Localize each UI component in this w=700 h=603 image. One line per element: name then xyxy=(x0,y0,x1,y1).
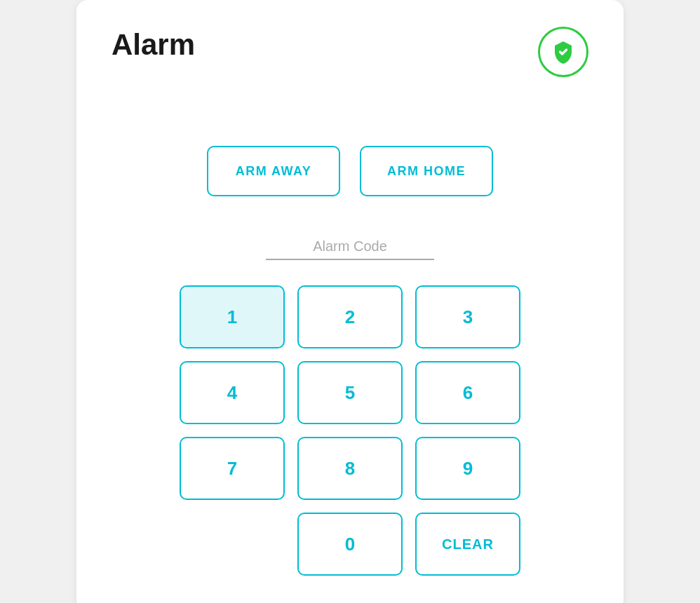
key-clear-button[interactable]: CLEAR xyxy=(415,513,520,576)
key-9-button[interactable]: 9 xyxy=(415,437,520,500)
alarm-code-input[interactable] xyxy=(266,238,434,260)
page-title: Alarm xyxy=(112,28,588,62)
key-8-button[interactable]: 8 xyxy=(297,437,403,500)
key-2-button[interactable]: 2 xyxy=(297,285,403,348)
arm-buttons-row: ARM AWAY ARM HOME xyxy=(112,146,588,196)
alarm-code-container xyxy=(112,238,588,260)
arm-home-button[interactable]: ARM HOME xyxy=(360,146,493,196)
key-4-button[interactable]: 4 xyxy=(180,361,285,424)
key-5-button[interactable]: 5 xyxy=(297,361,403,424)
key-1-button[interactable]: 1 xyxy=(180,285,285,348)
key-7-button[interactable]: 7 xyxy=(180,437,285,500)
key-3-button[interactable]: 3 xyxy=(415,285,520,348)
arm-away-button[interactable]: ARM AWAY xyxy=(207,146,340,196)
alarm-card: Alarm ARM AWAY ARM HOME 1 2 3 4 5 6 7 8 … xyxy=(76,0,624,603)
shield-status-button[interactable] xyxy=(538,27,588,77)
shield-check-icon xyxy=(551,39,576,65)
key-6-button[interactable]: 6 xyxy=(415,361,520,424)
key-0-button[interactable]: 0 xyxy=(297,513,403,576)
keypad: 1 2 3 4 5 6 7 8 9 0 CLEAR xyxy=(112,285,588,576)
